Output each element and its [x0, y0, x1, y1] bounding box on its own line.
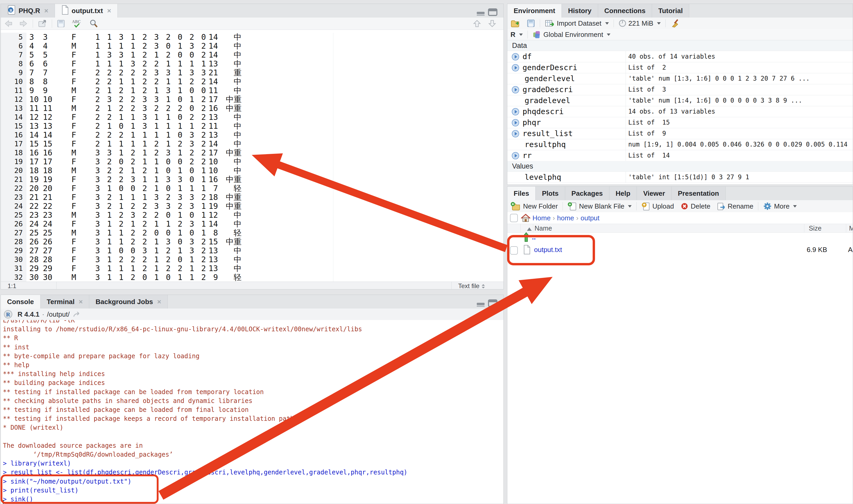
- column-size[interactable]: Size: [809, 224, 822, 232]
- show-in-new-window-icon[interactable]: [35, 18, 50, 30]
- back-icon[interactable]: [1, 18, 16, 30]
- find-icon[interactable]: [86, 18, 101, 30]
- cell-q1: 1: [95, 51, 100, 59]
- select-all-checkbox[interactable]: [510, 214, 518, 222]
- column-name[interactable]: Name: [534, 224, 552, 232]
- cell-q3: 2: [119, 255, 124, 264]
- save-icon[interactable]: [54, 18, 68, 30]
- console-output-line: L/usr/lib/R/lib -lR: [3, 320, 75, 325]
- environment-object-result_list[interactable]: result_listList of 9: [507, 128, 853, 139]
- cell-q6: 3: [154, 95, 159, 104]
- column-modified[interactable]: M: [849, 224, 853, 232]
- editor-text-area[interactable]: 533F113123202014中644M111123013214中755F13…: [1, 33, 504, 286]
- cell-q3: 0: [119, 246, 124, 255]
- expand-icon[interactable]: [511, 86, 520, 95]
- line-number: 15: [1, 122, 23, 130]
- cell-q9: 0: [189, 229, 194, 237]
- environment-object-levelphq[interactable]: levelphq'table' int [1:5(1d)] 0 3 27 9 1: [507, 172, 853, 183]
- expand-icon[interactable]: [511, 119, 520, 128]
- tab-files[interactable]: Files: [507, 186, 536, 200]
- new-blank-file-button[interactable]: New Blank File: [564, 200, 635, 212]
- memory-usage-button[interactable]: 221 MiB: [615, 18, 664, 29]
- environment-object-resultphq[interactable]: resultphqnum [1:9, 1] 0.004 0.005 0.046 …: [507, 139, 853, 150]
- clear-objects-broom-icon[interactable]: [667, 18, 683, 29]
- environment-object-gradeDescri[interactable]: gradeDescriList of 3: [507, 84, 853, 95]
- tab-tutorial[interactable]: Tutorial: [652, 4, 689, 18]
- working-directory: /output/: [47, 310, 70, 319]
- environment-object-phqr[interactable]: phqrList of 15: [507, 117, 853, 128]
- cell-gender: F: [71, 122, 76, 130]
- expand-icon[interactable]: [511, 53, 520, 62]
- close-tab-icon[interactable]: ×: [107, 7, 111, 15]
- spellcheck-icon[interactable]: ABC: [68, 18, 86, 30]
- cell-q8: 0: [178, 95, 182, 104]
- scroll-up-icon[interactable]: [469, 18, 485, 30]
- expand-icon[interactable]: [511, 64, 520, 73]
- open-directory-icon[interactable]: [73, 311, 80, 318]
- cell-q8: 1: [178, 148, 182, 157]
- cell-q8: 1: [178, 59, 182, 68]
- more-button[interactable]: More: [760, 200, 800, 212]
- line-number: 29: [1, 246, 23, 255]
- tab-label: Environment: [514, 7, 555, 15]
- environment-object-rr[interactable]: rrList of 14: [507, 150, 853, 161]
- new-folder-button[interactable]: New Folder: [507, 200, 561, 212]
- rename-button[interactable]: Rename: [713, 200, 757, 212]
- tab-environment[interactable]: Environment: [507, 4, 562, 18]
- cell-q7: 2: [166, 33, 170, 42]
- breadcrumb-home2[interactable]: home: [557, 214, 574, 222]
- global-environment-selector[interactable]: Global Environment: [529, 29, 614, 40]
- tab-help[interactable]: Help: [610, 186, 637, 200]
- tab-presentation[interactable]: Presentation: [672, 186, 726, 200]
- environment-object-genderlevel[interactable]: genderlevel'table' num [1:3, 1:6] 0 0 0 …: [507, 73, 853, 84]
- cell-q1: 3: [95, 264, 100, 273]
- tab-viewer[interactable]: Viewer: [637, 186, 671, 200]
- column-divider: [625, 117, 626, 128]
- cell-q1: 3: [95, 219, 100, 229]
- file-type-selector[interactable]: Text file: [458, 282, 485, 289]
- editor-data-row: 161414F222111103213中: [1, 130, 504, 140]
- maximize-icon[interactable]: [488, 8, 498, 17]
- cell-q2: 3: [107, 148, 112, 157]
- cell-q7: 0: [166, 273, 170, 282]
- cell-q4: 2: [131, 255, 135, 264]
- expand-icon[interactable]: [511, 130, 520, 139]
- tab-terminal[interactable]: Terminal×: [40, 295, 90, 308]
- delete-button[interactable]: Delete: [677, 200, 713, 212]
- language-selector[interactable]: R: [507, 29, 526, 40]
- save-workspace-icon[interactable]: [524, 18, 538, 29]
- environment-object-gradelevel[interactable]: gradelevel'table' num [1:4, 1:6] 0 0 0 0…: [507, 95, 853, 106]
- environment-object-phqdescri[interactable]: phqdescri14 obs. of 13 variables: [507, 106, 853, 117]
- cell-gender: M: [71, 273, 76, 282]
- upload-button[interactable]: Upload: [638, 200, 677, 212]
- tab-plots[interactable]: Plots: [536, 186, 565, 200]
- environment-object-df[interactable]: df40 obs. of 14 variables: [507, 51, 853, 62]
- minimize-icon[interactable]: [476, 300, 485, 308]
- forward-icon[interactable]: [16, 18, 31, 30]
- breadcrumb-home[interactable]: Home: [532, 214, 550, 222]
- cell-gender: M: [71, 166, 76, 175]
- close-tab-icon[interactable]: ×: [79, 298, 83, 306]
- tab-history[interactable]: History: [562, 4, 598, 18]
- tab-console[interactable]: Console: [1, 295, 40, 309]
- expand-icon[interactable]: [511, 108, 520, 117]
- tab-connections[interactable]: Connections: [598, 4, 652, 18]
- load-workspace-icon[interactable]: [507, 18, 524, 29]
- cell-q9: 1: [189, 255, 194, 264]
- scroll-down-icon[interactable]: [485, 18, 500, 30]
- cell-q9: 1: [189, 273, 194, 282]
- line-number: 10: [1, 77, 23, 86]
- tab-output-txt[interactable]: output.txt×: [55, 4, 118, 18]
- expand-icon[interactable]: [511, 152, 520, 161]
- tab-background-jobs[interactable]: Background Jobs×: [89, 295, 168, 308]
- tab-packages[interactable]: Packages: [565, 186, 610, 200]
- environment-object-genderDescri[interactable]: genderDescriList of 2: [507, 62, 853, 73]
- import-dataset-button[interactable]: Import Dataset: [542, 18, 612, 29]
- cell-q4: 1: [131, 77, 135, 86]
- tab-phq-r[interactable]: RPHQ.R×: [1, 4, 55, 18]
- minimize-icon[interactable]: [476, 9, 485, 17]
- close-tab-icon[interactable]: ×: [44, 7, 48, 15]
- maximize-icon[interactable]: [488, 299, 498, 308]
- close-tab-icon[interactable]: ×: [157, 298, 161, 306]
- breadcrumb-output[interactable]: output: [581, 214, 599, 222]
